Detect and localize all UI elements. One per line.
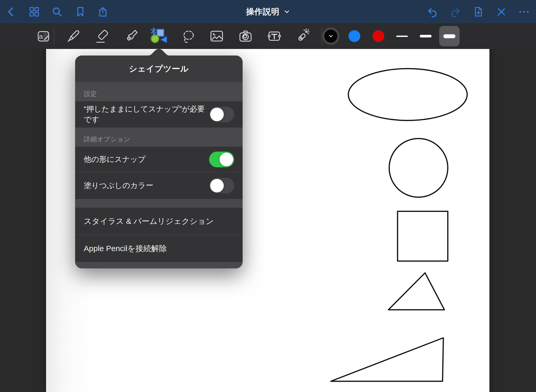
setting-label: “押したままにしてスナップ”が必要です <box>84 104 209 125</box>
setting-label: 他の形にスナップ <box>84 154 146 165</box>
thickness-medium[interactable] <box>415 26 436 46</box>
setting-row-press-hold-snap: “押したままにしてスナップ”が必要です <box>75 101 243 128</box>
chevron-down-icon <box>284 9 290 15</box>
menu-item-label: スタイラス & パームリジェクション <box>84 216 214 227</box>
toggle-fill-color[interactable] <box>209 178 234 194</box>
chevron-down-icon <box>327 33 334 40</box>
svg-text:a: a <box>39 32 43 40</box>
menu-item-disconnect-apple-pencil[interactable]: Apple Pencilを接続解除 <box>75 235 243 262</box>
text-tool-icon[interactable] <box>266 27 283 45</box>
page-title: 操作説明 <box>246 6 280 17</box>
eraser-tool-icon[interactable] <box>93 27 110 45</box>
color-swatch-blue[interactable] <box>349 30 360 42</box>
pen-tool-icon[interactable] <box>65 27 82 45</box>
tools-toolbar: a <box>0 23 536 49</box>
section-label: 設定 <box>84 90 97 98</box>
toggle-press-hold-snap[interactable] <box>209 107 234 122</box>
shape-right-triangle <box>331 338 443 381</box>
laser-pointer-tool-icon[interactable] <box>294 27 311 45</box>
section-header-advanced: 詳細オプション <box>75 128 243 147</box>
color-swatch-red[interactable] <box>373 30 384 42</box>
more-options-icon[interactable] <box>518 6 530 18</box>
menu-item-label: Apple Pencilを接続解除 <box>84 243 167 254</box>
menu-item-stylus-palm-rejection[interactable]: スタイラス & パームリジェクション <box>75 208 243 235</box>
navigation-bar: 操作説明 <box>0 0 536 23</box>
scroll-mode-icon[interactable]: a <box>35 28 52 45</box>
shape-ellipse <box>348 69 467 120</box>
toggle-knob <box>220 153 233 166</box>
section-spacer <box>75 199 243 208</box>
popup-title: シェイプツール <box>75 56 243 82</box>
add-page-icon[interactable] <box>472 6 484 18</box>
toggle-snap-to-shapes[interactable] <box>209 152 234 167</box>
image-tool-icon[interactable] <box>208 27 225 45</box>
toggle-knob <box>210 108 224 121</box>
pen-mode-icon[interactable] <box>495 6 507 18</box>
toggle-knob <box>210 179 224 192</box>
shape-circle <box>389 139 448 197</box>
popup-arrow <box>148 49 169 56</box>
toolbar-divider <box>54 27 54 45</box>
lasso-tool-icon[interactable] <box>180 27 197 45</box>
setting-row-snap-to-shapes: 他の形にスナップ <box>75 147 243 172</box>
popup-footer <box>75 262 243 268</box>
color-swatch-black[interactable] <box>322 27 339 45</box>
section-label: 詳細オプション <box>84 135 130 143</box>
shape-triangle <box>388 273 444 310</box>
setting-label: 塗りつぶしのカラー <box>84 180 153 191</box>
shape-square <box>398 211 448 261</box>
shape-tool-icon[interactable] <box>150 27 168 45</box>
selected-color-ring <box>322 27 339 45</box>
shape-tool-popup: シェイプツール 設定 “押したままにしてスナップ”が必要です 詳細オプション 他… <box>75 56 243 268</box>
thickness-thick[interactable] <box>439 26 460 46</box>
thickness-thin[interactable] <box>392 26 412 46</box>
undo-icon[interactable] <box>426 6 438 18</box>
highlighter-tool-icon[interactable] <box>123 27 140 45</box>
redo-icon[interactable] <box>449 6 461 18</box>
camera-tool-icon[interactable] <box>237 27 254 45</box>
toolbar-divider <box>321 27 322 45</box>
setting-row-fill-color: 塗りつぶしのカラー <box>75 172 243 199</box>
section-header-settings: 設定 <box>75 82 243 101</box>
